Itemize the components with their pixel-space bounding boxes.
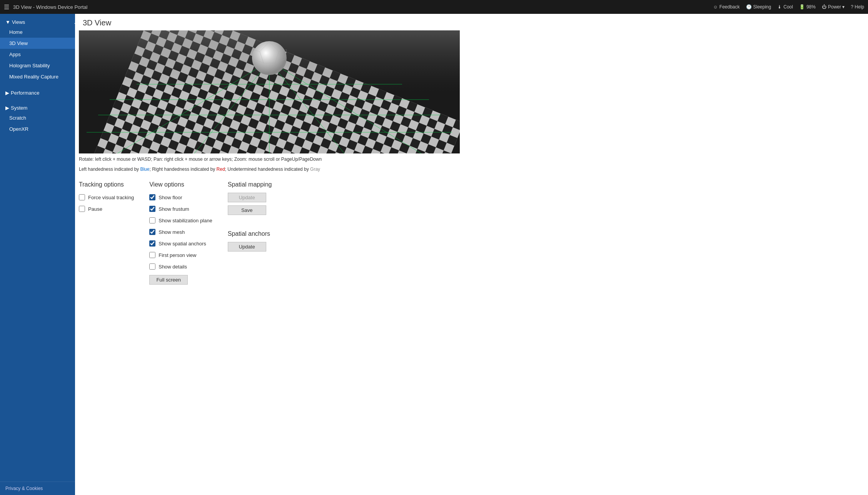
handedness-help-text: Left handedness indicated by Blue; Right…: [75, 163, 391, 173]
tracking-options-title: Tracking options: [79, 181, 134, 188]
first-person-view-row: First person view: [149, 252, 212, 258]
view-options-title: View options: [149, 181, 212, 188]
feedback-button[interactable]: ☺ Feedback: [713, 4, 740, 10]
sidebar-item-scratch[interactable]: Scratch: [0, 112, 75, 123]
sidebar-item-openxr[interactable]: OpenXR: [0, 123, 75, 135]
rotate-help-text: Rotate: left click + mouse or WASD; Pan:…: [75, 153, 391, 163]
sleep-icon: 🕐: [746, 4, 752, 10]
sleeping-status: 🕐 Sleeping: [746, 4, 771, 10]
temp-status: 🌡 Cool: [777, 4, 793, 10]
show-stabilization-plane-label: Show stabilization plane: [159, 218, 212, 223]
help-button[interactable]: ? Help: [851, 4, 864, 10]
show-stabilization-plane-row: Show stabilization plane: [149, 217, 212, 223]
red-handedness-label: Red: [217, 167, 225, 172]
views-group-label: Views: [12, 19, 25, 25]
show-floor-label: Show floor: [159, 195, 182, 200]
show-floor-row: Show floor: [149, 194, 212, 200]
power-icon: ⏻: [822, 4, 826, 10]
spatial-mapping-update-button[interactable]: Update: [228, 193, 266, 202]
spatial-mapping-save-button[interactable]: Save: [228, 205, 266, 215]
spatial-anchors-title: Spatial anchors: [228, 230, 289, 237]
help-label: ? Help: [851, 4, 864, 10]
spatial-mapping-title: Spatial mapping: [228, 181, 289, 188]
sidebar-item-apps[interactable]: Apps: [0, 49, 75, 60]
system-arrow-icon: ▶: [5, 105, 9, 111]
sidebar-item-home[interactable]: Home: [0, 27, 75, 38]
spatial-mapping-panel: Spatial mapping Update Save Spatial anch…: [228, 181, 289, 288]
feedback-label: Feedback: [719, 4, 740, 10]
page-title: 3D View: [75, 14, 868, 30]
system-group-label: System: [11, 105, 27, 111]
pause-checkbox[interactable]: [79, 206, 85, 212]
sidebar-collapse-button[interactable]: ◀: [72, 18, 75, 28]
show-mesh-row: Show mesh: [149, 229, 212, 235]
privacy-cookies-link[interactable]: Privacy & Cookies: [0, 482, 75, 495]
app-title: 3D View - Windows Device Portal: [13, 4, 87, 10]
checkerboard-background: [79, 30, 460, 153]
performance-arrow-icon: ▶: [5, 90, 9, 96]
sleep-label: Sleeping: [753, 4, 771, 10]
sidebar-item-mixed-reality-capture[interactable]: Mixed Reality Capture: [0, 71, 75, 82]
power-label: Power ▾: [828, 4, 845, 10]
battery-icon: 🔋: [799, 4, 805, 10]
tracking-options-panel: Tracking options Force visual tracking P…: [79, 181, 134, 288]
first-person-view-checkbox[interactable]: [149, 252, 155, 258]
gray-handedness-label: Gray: [310, 167, 320, 172]
sidebar-views-group[interactable]: ▼ Views: [0, 16, 75, 27]
show-stabilization-plane-checkbox[interactable]: [149, 217, 155, 223]
show-mesh-checkbox[interactable]: [149, 229, 155, 235]
force-visual-tracking-checkbox[interactable]: [79, 194, 85, 200]
battery-status: 🔋 98%: [799, 4, 816, 10]
show-details-checkbox[interactable]: [149, 263, 155, 270]
force-visual-tracking-row: Force visual tracking: [79, 194, 134, 200]
first-person-view-label: First person view: [159, 252, 196, 258]
blue-handedness-label: Blue: [140, 167, 149, 172]
sidebar-item-3dview[interactable]: 3D View: [0, 38, 75, 49]
force-visual-tracking-label: Force visual tracking: [88, 195, 134, 200]
spatial-anchors-update-button[interactable]: Update: [228, 242, 266, 252]
show-details-label: Show details: [159, 264, 187, 270]
sidebar-system-section: ▶ System Scratch OpenXR: [0, 100, 75, 137]
sidebar: ◀ ▼ Views Home 3D View Apps Hologram Sta…: [0, 14, 75, 495]
options-area: Tracking options Force visual tracking P…: [75, 173, 868, 295]
sidebar-performance-section: ▶ Performance: [0, 85, 75, 100]
pause-label: Pause: [88, 206, 102, 212]
fullscreen-button[interactable]: Full screen: [149, 275, 188, 285]
show-spatial-anchors-label: Show spatial anchors: [159, 241, 206, 247]
titlebar: ☰ 3D View - Windows Device Portal ☺ Feed…: [0, 0, 868, 14]
content-area: 3D View: [75, 14, 868, 495]
sidebar-views-section: ▼ Views Home 3D View Apps Hologram Stabi…: [0, 14, 75, 85]
sidebar-item-hologram-stability[interactable]: Hologram Stability: [0, 60, 75, 71]
show-spatial-anchors-checkbox[interactable]: [149, 240, 155, 247]
3d-view-canvas[interactable]: [79, 30, 460, 153]
performance-group-label: Performance: [11, 90, 39, 96]
feedback-icon: ☺: [713, 4, 718, 10]
show-frustum-label: Show frustum: [159, 206, 189, 212]
battery-label: 98%: [806, 4, 816, 10]
show-details-row: Show details: [149, 263, 212, 270]
show-frustum-checkbox[interactable]: [149, 206, 155, 212]
show-spatial-anchors-row: Show spatial anchors: [149, 240, 212, 247]
main-layout: ◀ ▼ Views Home 3D View Apps Hologram Sta…: [0, 14, 868, 495]
temp-label: Cool: [783, 4, 793, 10]
sidebar-system-group[interactable]: ▶ System: [0, 102, 75, 112]
sidebar-performance-group[interactable]: ▶ Performance: [0, 87, 75, 97]
hamburger-menu[interactable]: ☰: [4, 3, 9, 11]
show-frustum-row: Show frustum: [149, 206, 212, 212]
power-button[interactable]: ⏻ Power ▾: [822, 4, 845, 10]
views-arrow-icon: ▼: [5, 19, 10, 25]
svg-point-16: [252, 41, 287, 75]
show-mesh-label: Show mesh: [159, 229, 185, 235]
show-floor-checkbox[interactable]: [149, 194, 155, 200]
view-options-panel: View options Show floor Show frustum Sho…: [149, 181, 212, 288]
pause-row: Pause: [79, 206, 134, 212]
temp-icon: 🌡: [777, 4, 782, 10]
